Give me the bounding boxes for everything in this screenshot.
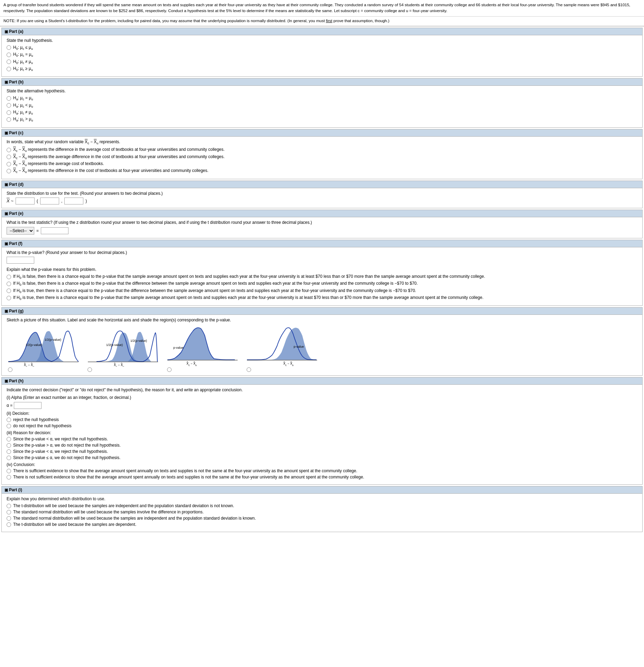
part-d-header[interactable]: Part (d): [2, 181, 642, 188]
sketch-4-svg: p-value X̄c − X̄u: [245, 325, 318, 367]
part-b-option-1[interactable]: Ha: μc = μu: [7, 95, 637, 101]
part-i-label-1: The t-distribution will be used because …: [13, 503, 234, 508]
part-f-label-1: If H0 is false, then there is a chance e…: [13, 274, 485, 280]
part-i-option-3[interactable]: The standard normal distribution will be…: [7, 516, 637, 521]
part-i-radio-2[interactable]: [7, 510, 11, 514]
part-h-reason-radio-4[interactable]: [7, 456, 11, 460]
part-h-conclusion-opt1[interactable]: There is sufficient evidence to show tha…: [7, 468, 637, 473]
part-f-option-2[interactable]: If H0 is false, then there is a chance e…: [7, 281, 637, 286]
sketch-3-radio[interactable]: [167, 367, 172, 372]
part-b-header[interactable]: Part (b): [2, 79, 642, 86]
part-a-option-3[interactable]: H0: μc ≠ μu: [7, 59, 637, 65]
sketch-1-radio[interactable]: [8, 367, 12, 372]
part-f-options: If H0 is false, then there is a chance e…: [7, 274, 637, 301]
sketch-4: p-value X̄c − X̄u: [245, 325, 318, 372]
part-h-decision-radio-1[interactable]: [7, 418, 11, 422]
sketch-3-svg: p-value X̄c − X̄u: [166, 325, 238, 367]
part-b-option-3[interactable]: Ha: μc ≠ μu: [7, 110, 637, 115]
part-b-radio-1[interactable]: [7, 96, 11, 101]
part-b-radio-4[interactable]: [7, 117, 11, 122]
part-c-header[interactable]: Part (c): [2, 129, 642, 137]
part-f-radio-3[interactable]: [7, 289, 11, 293]
part-a-radio-3[interactable]: [7, 60, 11, 64]
part-i-radio-4[interactable]: [7, 522, 11, 527]
part-b-radio-3[interactable]: [7, 110, 11, 115]
part-i-option-4[interactable]: The t-distribution will be used because …: [7, 522, 637, 527]
part-h-reason-radio-3[interactable]: [7, 449, 11, 454]
part-h-decision-opt2[interactable]: do not reject the null hypothesis: [7, 423, 637, 428]
part-h-header[interactable]: Part (h): [2, 377, 642, 385]
part-h-reason-label-2: Since the p-value > α, we do not reject …: [13, 443, 121, 448]
part-d-param1[interactable]: [40, 198, 59, 204]
part-a-option-2[interactable]: H0: μc = μu: [7, 52, 637, 57]
part-f-radio-2[interactable]: [7, 282, 11, 286]
part-e-select[interactable]: --Select-- z t: [7, 227, 34, 235]
part-i-option-2[interactable]: The standard normal distribution will be…: [7, 510, 637, 514]
part-f-explain-title: Explain what the p-value means for this …: [7, 267, 637, 272]
part-h-conclusion-label-1: There is sufficient evidence to show tha…: [13, 468, 357, 473]
part-i-radio-3[interactable]: [7, 516, 11, 521]
sketch-3-label: p-value: [173, 346, 184, 349]
part-h-conclusion-radio-2[interactable]: [7, 475, 11, 479]
part-a-radio-1[interactable]: [7, 45, 11, 50]
part-h-reason-label-3: Since the p-value < α, we reject the nul…: [13, 449, 108, 454]
part-h-reason-radio-1[interactable]: [7, 437, 11, 441]
part-g-header[interactable]: Part (g): [2, 308, 642, 315]
part-c-radio-1[interactable]: [7, 148, 11, 152]
part-h-conclusion-label-2: There is not sufficient evidence to show…: [13, 475, 364, 479]
sketch-4-radio[interactable]: [247, 367, 251, 372]
part-h-decision-radio-2[interactable]: [7, 424, 11, 428]
part-c-option-4[interactable]: Xc − Xu represents the difference in the…: [7, 168, 637, 174]
part-h-decision: (ii) Decision: reject the null hypothesi…: [7, 411, 637, 428]
part-g-title: Sketch a picture of this situation. Labe…: [7, 318, 637, 322]
part-h-reason-opt1[interactable]: Since the p-value < α, we reject the nul…: [7, 437, 637, 441]
part-h-reason-opt3[interactable]: Since the p-value < α, we reject the nul…: [7, 449, 637, 454]
part-h-reason-opt2[interactable]: Since the p-value > α, we do not reject …: [7, 443, 637, 448]
part-h-reason-radio-2[interactable]: [7, 443, 11, 448]
part-f-option-3[interactable]: If H0 is true, then there is a chance eq…: [7, 288, 637, 294]
part-i-option-1[interactable]: The t-distribution will be used because …: [7, 503, 637, 508]
part-c-radio-4[interactable]: [7, 169, 11, 173]
part-b-option-2[interactable]: Ha: μc < μu: [7, 103, 637, 108]
part-f-pvalue-input[interactable]: [7, 257, 34, 264]
part-c-option-2[interactable]: Xc − Xu represents the average differenc…: [7, 154, 637, 160]
part-c-radio-3[interactable]: [7, 162, 11, 166]
part-h-reason-opt4[interactable]: Since the p-value ≤ α, we do not reject …: [7, 455, 637, 460]
part-h-conclusion-radio-1[interactable]: [7, 469, 11, 473]
part-a-radio-4[interactable]: [7, 67, 11, 71]
part-c-radio-2[interactable]: [7, 155, 11, 159]
sketch-1-axis: X̄c − X̄u: [24, 363, 34, 367]
part-h-reason-label-1: Since the p-value < α, we reject the nul…: [13, 437, 108, 441]
part-a-option-4[interactable]: H0: μc ≥ μu: [7, 66, 637, 72]
part-c-body: In words, state what your random variabl…: [2, 137, 642, 179]
part-a-option-1[interactable]: H0: μc ≤ μu: [7, 45, 637, 51]
sketch-1-svg: 1/2(p-value) 1/2(p-value) X̄c − X̄u: [7, 329, 79, 367]
part-f-option-4[interactable]: If H0 is true, then there is a chance eq…: [7, 295, 637, 301]
part-h-body: Indicate the correct decision ("reject" …: [2, 385, 642, 484]
part-c-option-1[interactable]: Xc − Xu represents the difference in the…: [7, 147, 637, 153]
part-d-section: Part (d) State the distribution to use f…: [1, 181, 643, 208]
part-b-option-4[interactable]: Ha: μc > μu: [7, 117, 637, 122]
part-f-option-1[interactable]: If H0 is false, then there is a chance e…: [7, 274, 637, 280]
part-h-decision-opt1[interactable]: reject the null hypothesis: [7, 417, 637, 422]
sketch-2-radio[interactable]: [88, 367, 92, 372]
part-a-header[interactable]: Part (a): [2, 28, 642, 35]
part-a-options: H0: μc ≤ μu H0: μc = μu H0: μc ≠ μu H0: …: [7, 45, 637, 72]
part-e-header[interactable]: Part (e): [2, 210, 642, 217]
part-h-alpha-input[interactable]: [14, 402, 42, 409]
part-a-radio-2[interactable]: [7, 53, 11, 57]
part-c-option-3[interactable]: Xc − Xu represents the average cost of t…: [7, 161, 637, 167]
part-b-radio-2[interactable]: [7, 103, 11, 108]
part-a-label-2: H0: μc = μu: [13, 52, 33, 57]
part-i-radio-1[interactable]: [7, 504, 11, 508]
part-d-dist-name[interactable]: [16, 198, 35, 204]
part-f-radio-4[interactable]: [7, 296, 11, 300]
part-f-header[interactable]: Part (f): [2, 240, 642, 247]
part-i-header[interactable]: Part (i): [2, 486, 642, 494]
part-d-input-row: X ~ ( , ): [7, 198, 637, 204]
part-d-param2[interactable]: [64, 198, 83, 204]
sketch-4-label: p-value: [294, 345, 304, 348]
part-f-radio-1[interactable]: [7, 275, 11, 279]
part-e-statistic[interactable]: [41, 227, 68, 234]
part-h-conclusion-opt2[interactable]: There is not sufficient evidence to show…: [7, 475, 637, 479]
